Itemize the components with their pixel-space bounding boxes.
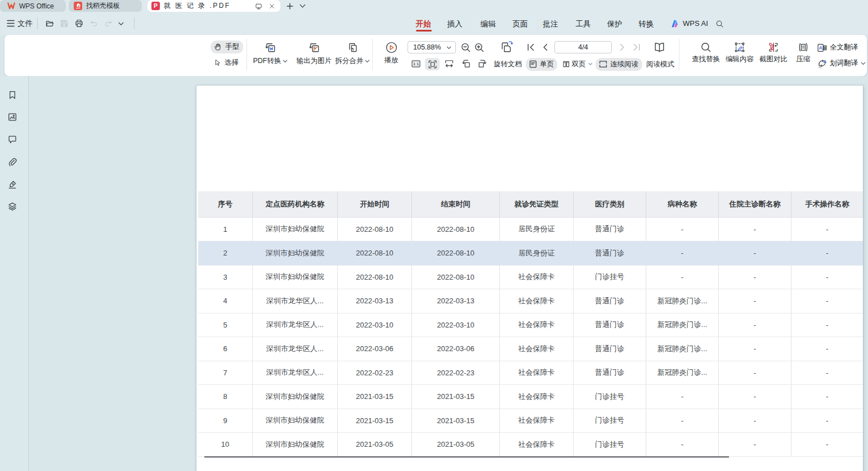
full-translate-label: 全文翻译 — [830, 43, 858, 52]
undo-icon[interactable] — [90, 20, 98, 28]
double-page-button[interactable]: 双页 — [560, 58, 596, 71]
table-cell: - — [719, 313, 791, 337]
last-page-icon[interactable] — [633, 43, 641, 51]
pdf-convert-label: PDF转换 — [253, 56, 281, 66]
ribbon-tab-edit[interactable]: 编辑 — [481, 19, 496, 29]
table-row: 4深圳市龙华区人...2022-03-132022-03-13社会保障卡普通门诊… — [198, 289, 863, 313]
reading-mode-button[interactable]: 阅读模式 — [643, 58, 678, 71]
next-page-icon[interactable] — [619, 43, 626, 51]
prev-page-icon[interactable] — [542, 43, 548, 51]
table-cell: 3 — [198, 266, 253, 289]
select-tool-button[interactable]: 选择 — [211, 56, 243, 69]
table-cell: - — [791, 266, 863, 289]
header-cell: 病种名称 — [646, 191, 719, 217]
tab-close-icon[interactable] — [269, 3, 275, 10]
table-cell: 社会保障卡 — [500, 433, 574, 456]
table-cell: 1 — [198, 218, 253, 241]
save-icon[interactable] — [60, 19, 69, 28]
wps-ai-icon[interactable] — [671, 20, 680, 28]
reading-mode-label: 阅读模式 — [646, 60, 674, 69]
header-cell: 开始时间 — [338, 191, 412, 217]
table-cell: 2021-03-15 — [412, 409, 500, 433]
table-cell: - — [719, 409, 791, 433]
fit-width-icon[interactable] — [444, 59, 454, 69]
print-icon[interactable] — [74, 19, 84, 28]
zoom-input[interactable]: 105.88% — [408, 41, 456, 53]
table-cell: 2021-03-15 — [412, 385, 500, 409]
ribbon-tab-comment[interactable]: 批注 — [543, 19, 558, 29]
table-cell: 社会保障卡 — [500, 409, 574, 433]
table-cell: 深圳市妇幼保健院 — [253, 218, 338, 241]
main-menu-icon[interactable] — [7, 20, 15, 27]
ribbon-tab-protect[interactable]: 保护 — [607, 19, 623, 29]
file-menu[interactable]: 文件 — [17, 19, 33, 29]
wps-ai-label[interactable]: WPS AI — [683, 19, 708, 28]
tab-docer[interactable]: 找稻壳模板 — [69, 0, 142, 12]
table-cell: 社会保障卡 — [500, 385, 574, 409]
full-translate-button[interactable]: A 全文翻译 — [817, 41, 858, 54]
redo-icon[interactable] — [104, 20, 113, 28]
rotate-doc-button[interactable]: 旋转文档 — [494, 60, 522, 69]
new-tab-icon[interactable] — [286, 2, 294, 10]
first-page-icon[interactable] — [527, 43, 535, 51]
page-sync-icon[interactable] — [500, 41, 513, 54]
bookmark-icon[interactable] — [7, 90, 17, 100]
rotate-left-icon[interactable] — [461, 59, 471, 69]
table-header-row: 序号定点医药机构名称开始时间结束时间就诊凭证类型医疗类别病种名称住院主诊断名称手… — [198, 191, 863, 218]
table-row: 7深圳市龙华区人...2022-02-232022-02-23社会保障卡普通门诊… — [198, 361, 863, 385]
table-cell: - — [646, 433, 719, 456]
tab-list-chevron-icon[interactable] — [299, 4, 306, 8]
edit-content-label: 编辑内容 — [726, 55, 754, 64]
export-image-button[interactable]: 输出为图片 — [293, 41, 335, 66]
ribbon-tab-page[interactable]: 页面 — [513, 19, 528, 29]
screenshot-compare-button[interactable]: 截图对比 — [757, 42, 790, 64]
page-number-input[interactable]: 4/4 — [554, 41, 612, 53]
wps-logo-icon — [7, 2, 15, 10]
double-page-label: 双页 — [572, 60, 586, 69]
signature-icon[interactable] — [7, 180, 17, 190]
ribbon-tab-convert[interactable]: 转换 — [639, 19, 654, 29]
rotate-right-icon[interactable] — [477, 59, 487, 69]
play-button[interactable]: 播放 — [377, 42, 405, 65]
export-image-icon — [308, 41, 321, 54]
thumbnail-icon[interactable] — [7, 112, 17, 122]
layers-icon[interactable] — [7, 201, 17, 212]
table-cell: 居民身份证 — [500, 218, 574, 241]
continuous-reading-button[interactable]: 连续阅读 — [596, 58, 642, 71]
table-cell: 4 — [198, 289, 253, 313]
table-cell: - — [719, 241, 791, 265]
word-translate-button[interactable]: 文A 划词翻译 — [817, 57, 866, 70]
table-cell: 2022-03-06 — [412, 337, 500, 361]
ribbon-tab-home[interactable]: 开始 — [416, 19, 431, 29]
tab-wps-office[interactable]: WPS Office — [0, 0, 66, 12]
comment-icon[interactable] — [7, 134, 17, 145]
monitor-icon[interactable] — [254, 3, 263, 10]
actual-size-icon[interactable]: 1:1 — [411, 59, 421, 69]
search-icon[interactable] — [715, 20, 724, 28]
table-row: 8深圳市妇幼保健院2021-03-152021-03-15社会保障卡门诊挂号--… — [198, 385, 863, 409]
zoom-out-icon[interactable] — [460, 42, 471, 53]
compress-button[interactable]: 压缩 — [793, 42, 813, 64]
quickbar-chevron-icon[interactable] — [118, 22, 124, 26]
table-cell: 2022-08-10 — [412, 218, 500, 241]
zoom-in-icon[interactable] — [474, 42, 485, 53]
table-cell: 门诊挂号 — [574, 385, 646, 409]
pdf-convert-button[interactable]: PDF转换 — [250, 41, 290, 66]
table-cell: - — [646, 218, 719, 241]
single-page-button[interactable]: 单页 — [526, 58, 557, 71]
attachment-icon[interactable] — [7, 157, 17, 167]
table-cell: - — [646, 385, 719, 409]
ribbon-tab-tools[interactable]: 工具 — [576, 19, 591, 29]
edit-content-button[interactable]: 编辑内容 — [723, 42, 757, 64]
hand-tool-button[interactable]: 手型 — [211, 41, 243, 53]
table-cell: 7 — [198, 361, 253, 385]
play-label: 播放 — [384, 56, 399, 65]
header-cell: 序号 — [198, 191, 253, 217]
split-merge-button[interactable]: 拆分合并 — [333, 41, 372, 66]
open-file-icon[interactable] — [45, 19, 55, 28]
header-cell: 手术操作名称 — [791, 191, 863, 217]
fit-page-button[interactable] — [425, 58, 440, 70]
find-replace-button[interactable]: 查找替换 — [689, 42, 723, 64]
svg-text:P: P — [154, 3, 158, 9]
ribbon-tab-insert[interactable]: 插入 — [448, 19, 463, 29]
